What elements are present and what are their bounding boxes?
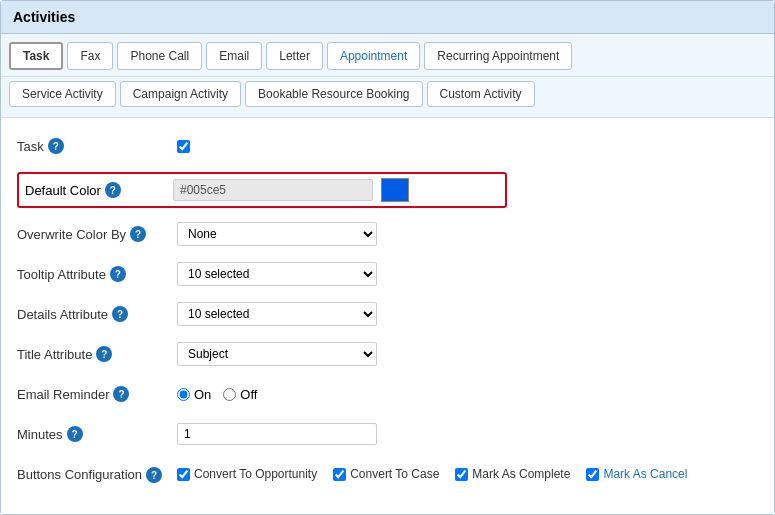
overwrite-color-control: None Status Priority Owner	[177, 222, 417, 246]
tab-fax[interactable]: Fax	[67, 42, 113, 70]
minutes-label: Minutes ?	[17, 426, 177, 442]
tooltip-help-icon[interactable]: ?	[110, 266, 126, 282]
title-select[interactable]: Subject Regarding Owner	[177, 342, 377, 366]
tooltip-control: 10 selected	[177, 262, 417, 286]
title-label: Title Attribute ?	[17, 346, 177, 362]
buttons-config-help-icon[interactable]: ?	[146, 467, 162, 483]
convert-to-opportunity-label: Convert To Opportunity	[194, 467, 317, 481]
convert-to-opportunity-checkbox[interactable]	[177, 468, 190, 481]
email-on-radio[interactable]	[177, 388, 190, 401]
color-swatch[interactable]	[381, 178, 409, 202]
tooltip-select[interactable]: 10 selected	[177, 262, 377, 286]
tab-email[interactable]: Email	[206, 42, 262, 70]
panel-title: Activities	[1, 1, 774, 34]
form-area: Task ? Default Color ?	[1, 118, 774, 514]
convert-to-case-checkbox[interactable]	[333, 468, 346, 481]
task-checkbox[interactable]	[177, 140, 190, 153]
email-reminder-radio-group: On Off	[177, 387, 257, 402]
tab-letter[interactable]: Letter	[266, 42, 323, 70]
mark-as-cancel-item: Mark As Cancel	[586, 467, 687, 481]
tab-service-activity[interactable]: Service Activity	[9, 81, 116, 107]
email-reminder-help-icon[interactable]: ?	[113, 386, 129, 402]
tab-recurring-appointment[interactable]: Recurring Appointment	[424, 42, 572, 70]
overwrite-color-label: Overwrite Color By ?	[17, 226, 177, 242]
details-select[interactable]: 10 selected	[177, 302, 377, 326]
color-text-field[interactable]	[173, 179, 373, 201]
details-label: Details Attribute ?	[17, 306, 177, 322]
tab-phone-call[interactable]: Phone Call	[117, 42, 202, 70]
mark-as-complete-checkbox[interactable]	[455, 468, 468, 481]
tabs-row-2: Service Activity Campaign Activity Booka…	[1, 77, 774, 118]
email-reminder-row: Email Reminder ? On Off	[17, 380, 758, 408]
buttons-config-row: Buttons Configuration ? Convert To Oppor…	[17, 460, 758, 488]
details-row: Details Attribute ? 10 selected	[17, 300, 758, 328]
task-label: Task ?	[17, 138, 177, 154]
default-color-row: Default Color ?	[17, 172, 758, 208]
tab-campaign-activity[interactable]: Campaign Activity	[120, 81, 241, 107]
task-checkbox-wrapper	[177, 140, 190, 153]
overwrite-color-row: Overwrite Color By ? None Status Priorit…	[17, 220, 758, 248]
tab-bookable-resource[interactable]: Bookable Resource Booking	[245, 81, 422, 107]
mark-as-cancel-checkbox[interactable]	[586, 468, 599, 481]
title-row: Title Attribute ? Subject Regarding Owne…	[17, 340, 758, 368]
convert-to-opportunity-item: Convert To Opportunity	[177, 467, 317, 481]
color-help-icon[interactable]: ?	[105, 182, 121, 198]
color-input-part	[173, 178, 499, 202]
mark-as-complete-item: Mark As Complete	[455, 467, 570, 481]
minutes-row: Minutes ?	[17, 420, 758, 448]
activities-panel: Activities Task Fax Phone Call Email Let…	[0, 0, 775, 515]
minutes-input[interactable]	[177, 423, 377, 445]
tab-custom-activity[interactable]: Custom Activity	[427, 81, 535, 107]
email-off-radio-item: Off	[223, 387, 257, 402]
tab-appointment[interactable]: Appointment	[327, 42, 420, 70]
email-off-radio[interactable]	[223, 388, 236, 401]
convert-to-case-label: Convert To Case	[350, 467, 439, 481]
details-help-icon[interactable]: ?	[112, 306, 128, 322]
task-help-icon[interactable]: ?	[48, 138, 64, 154]
email-on-radio-item: On	[177, 387, 211, 402]
color-row-border: Default Color ?	[17, 172, 507, 208]
mark-as-cancel-label: Mark As Cancel	[603, 467, 687, 481]
color-label-part: Default Color ?	[25, 182, 173, 198]
buttons-config-label: Buttons Configuration ?	[17, 465, 177, 483]
title-help-icon[interactable]: ?	[96, 346, 112, 362]
overwrite-help-icon[interactable]: ?	[130, 226, 146, 242]
mark-as-complete-label: Mark As Complete	[472, 467, 570, 481]
buttons-checkbox-group: Convert To Opportunity Convert To Case M…	[177, 467, 687, 481]
overwrite-color-select[interactable]: None Status Priority Owner	[177, 222, 377, 246]
tab-task[interactable]: Task	[9, 42, 63, 70]
title-control: Subject Regarding Owner	[177, 342, 417, 366]
email-reminder-label: Email Reminder ?	[17, 386, 177, 402]
tooltip-row: Tooltip Attribute ? 10 selected	[17, 260, 758, 288]
minutes-help-icon[interactable]: ?	[67, 426, 83, 442]
task-row: Task ?	[17, 132, 758, 160]
tooltip-label: Tooltip Attribute ?	[17, 266, 177, 282]
details-control: 10 selected	[177, 302, 417, 326]
tabs-row-1: Task Fax Phone Call Email Letter Appoint…	[1, 34, 774, 77]
convert-to-case-item: Convert To Case	[333, 467, 439, 481]
